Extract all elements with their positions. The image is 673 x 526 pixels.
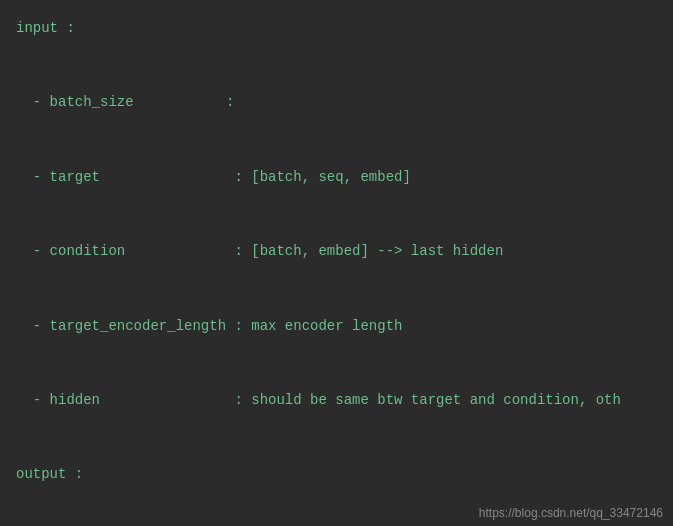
blank-3 (16, 196, 657, 233)
batch-size-line: - batch_size : (16, 84, 657, 121)
blank-5 (16, 345, 657, 382)
input-label: input : (16, 10, 657, 47)
encoder-line: - target_encoder_length : max encoder le… (16, 308, 657, 345)
output-label: output : (16, 456, 657, 493)
blank-4 (16, 270, 657, 307)
watermark: https://blog.csdn.net/qq_33472146 (479, 506, 663, 520)
target-line: - target : [batch, seq, embed] (16, 159, 657, 196)
blank-1 (16, 47, 657, 84)
hidden-line: - hidden : should be same btw target and… (16, 382, 657, 419)
code-container: input : - batch_size : - target : [batch… (0, 0, 673, 526)
condition-line: - condition : [batch, embed] --> last hi… (16, 233, 657, 270)
blank-6 (16, 419, 657, 456)
blank-2 (16, 122, 657, 159)
